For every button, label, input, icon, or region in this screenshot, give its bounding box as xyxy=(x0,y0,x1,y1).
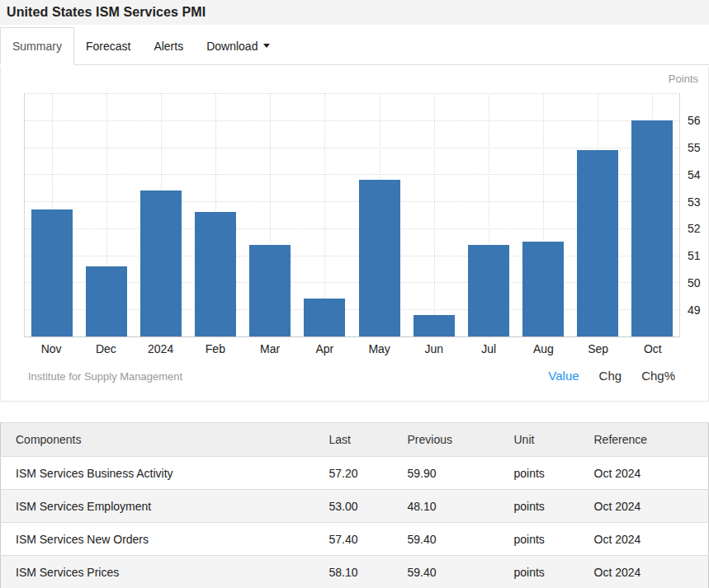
cell-unit: points xyxy=(499,556,579,588)
page-title: United States ISM Services PMI xyxy=(0,5,206,20)
tab-summary[interactable]: Summary xyxy=(0,27,74,65)
tab-forecast[interactable]: Forecast xyxy=(74,27,142,64)
chart-bar-nov[interactable] xyxy=(31,209,73,336)
component-name: ISM Services Employment xyxy=(1,490,314,523)
y-axis-label: 54 xyxy=(688,167,701,182)
cell-previous: 59.40 xyxy=(393,523,499,556)
x-axis-label: Mar xyxy=(243,342,297,355)
y-axis-label: 51 xyxy=(688,248,701,263)
chart-bar-may[interactable] xyxy=(359,180,400,336)
bar-slot xyxy=(625,93,679,336)
table-header-row: ComponentsLastPreviousUnitReference xyxy=(1,423,709,457)
chart-bar-sep[interactable] xyxy=(577,150,618,336)
cell-unit: points xyxy=(499,490,579,523)
cell-last: 57.20 xyxy=(314,457,393,490)
component-name: ISM Services New Orders xyxy=(1,523,314,556)
y-axis-label: 53 xyxy=(688,195,701,209)
chart-bar-2024[interactable] xyxy=(140,191,182,336)
chart-bar-apr[interactable] xyxy=(304,299,345,336)
bar-slot xyxy=(461,93,516,336)
cell-last: 57.40 xyxy=(314,523,393,556)
column-header-last: Last xyxy=(314,423,393,457)
table-row: ISM Services Business Activity57.2059.90… xyxy=(1,457,709,490)
tab-alerts-label: Alerts xyxy=(154,40,183,53)
y-axis-label: 55 xyxy=(688,140,701,155)
tab-download[interactable]: Download xyxy=(195,27,281,64)
bar-slot xyxy=(570,93,625,336)
caret-down-icon xyxy=(263,44,270,48)
x-axis-label: Dec xyxy=(78,342,133,355)
bar-slot xyxy=(407,93,461,336)
x-axis-label: May xyxy=(352,342,407,355)
cell-previous: 59.40 xyxy=(393,556,499,588)
y-axis-label: 49 xyxy=(688,303,701,318)
y-axis-label: 52 xyxy=(688,221,701,236)
column-header-components: Components xyxy=(1,423,314,457)
bar-slot xyxy=(243,93,297,336)
bar-slot xyxy=(79,93,134,336)
x-axis-label: Feb xyxy=(188,342,243,355)
y-axis-units-label: Points xyxy=(669,73,698,85)
column-header-reference: Reference xyxy=(579,423,709,457)
bar-slot xyxy=(352,93,406,336)
bar-slot xyxy=(25,93,79,336)
chart-bar-dec[interactable] xyxy=(86,266,127,336)
cell-reference: Oct 2024 xyxy=(579,490,709,523)
tab-summary-label: Summary xyxy=(12,40,62,53)
tab-alerts[interactable]: Alerts xyxy=(142,27,195,64)
plot-area xyxy=(24,93,680,337)
cell-last: 58.10 xyxy=(314,556,393,588)
cell-previous: 59.90 xyxy=(393,457,499,490)
chart-mode-links: ValueChgChg% xyxy=(528,369,675,383)
components-table-section: ComponentsLastPreviousUnitReference ISM … xyxy=(0,422,709,588)
cell-unit: points xyxy=(499,523,579,556)
tab-forecast-label: Forecast xyxy=(86,40,130,53)
x-axis-label: 2024 xyxy=(134,342,188,355)
chart-bar-mar[interactable] xyxy=(249,245,291,336)
cell-reference: Oct 2024 xyxy=(579,457,709,490)
chart-bar-jul[interactable] xyxy=(468,245,509,336)
chart-footer: Institute for Supply Management ValueChg… xyxy=(28,369,675,383)
mode-link-chgpct[interactable]: Chg% xyxy=(641,369,675,383)
x-axis-label: Apr xyxy=(297,342,352,355)
table-row: ISM Services New Orders57.4059.40pointsO… xyxy=(1,523,709,556)
components-table: ComponentsLastPreviousUnitReference ISM … xyxy=(0,422,709,588)
component-name: ISM Services Prices xyxy=(1,556,314,588)
chart-bar-feb[interactable] xyxy=(195,212,236,336)
cell-reference: Oct 2024 xyxy=(579,556,709,588)
cell-last: 53.00 xyxy=(314,490,393,523)
x-axis-label: Oct xyxy=(626,342,680,355)
title-bar: United States ISM Services PMI xyxy=(0,0,709,25)
y-axis: 4950515253545556 xyxy=(688,93,709,337)
cell-previous: 48.10 xyxy=(393,490,499,523)
tab-bar: Summary Forecast Alerts Download xyxy=(0,27,709,65)
bar-slot xyxy=(188,93,243,336)
cell-reference: Oct 2024 xyxy=(579,523,709,556)
x-axis-label: Aug xyxy=(516,342,570,355)
tab-download-label: Download xyxy=(206,40,258,53)
chart-bar-jun[interactable] xyxy=(414,315,455,336)
chart-bar-oct[interactable] xyxy=(631,120,673,336)
bar-slot xyxy=(134,93,188,336)
cell-unit: points xyxy=(499,457,579,490)
x-axis-label: Jul xyxy=(461,342,516,355)
column-header-unit: Unit xyxy=(499,423,579,457)
source-attribution: Institute for Supply Management xyxy=(28,370,182,383)
chart-bar-aug[interactable] xyxy=(522,242,564,336)
table-row: ISM Services Prices58.1059.40pointsOct 2… xyxy=(1,556,709,588)
mode-link-value[interactable]: Value xyxy=(548,369,579,383)
x-axis: NovDec2024FebMarAprMayJunJulAugSepOct xyxy=(24,342,680,355)
table-row: ISM Services Employment53.0048.10pointsO… xyxy=(1,490,709,523)
x-axis-label: Sep xyxy=(571,342,626,355)
bar-slot xyxy=(297,93,352,336)
bar-slot xyxy=(516,93,570,336)
bar-series xyxy=(25,93,679,336)
column-header-previous: Previous xyxy=(393,423,499,457)
component-name: ISM Services Business Activity xyxy=(1,457,314,490)
y-axis-label: 56 xyxy=(688,113,701,128)
x-axis-label: Nov xyxy=(24,342,78,355)
x-axis-label: Jun xyxy=(407,342,461,355)
mode-link-chg[interactable]: Chg xyxy=(599,369,622,383)
chart-panel: Points 4950515253545556 NovDec2024FebMar… xyxy=(0,67,709,402)
y-axis-label: 50 xyxy=(688,275,701,290)
